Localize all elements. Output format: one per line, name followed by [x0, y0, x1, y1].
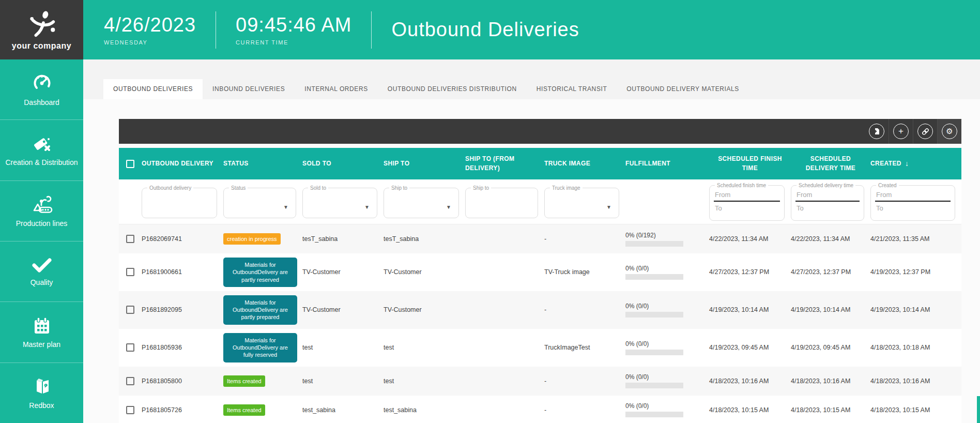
check-icon [31, 257, 53, 274]
filter-outbound-delivery[interactable]: Outbound delivery [142, 185, 217, 218]
chevron-down-icon[interactable]: ▼ [446, 204, 451, 210]
filter-status-select[interactable]: Status ▼ [223, 185, 296, 218]
progress-bar [625, 312, 683, 318]
cell-ship-to: tesT_sabina [384, 224, 465, 253]
cell-sold-to: test_sabina [302, 396, 384, 423]
settings-button[interactable]: ⚙ [937, 119, 961, 144]
sidebar-item-creation-distribution[interactable]: Creation & Distribution [0, 120, 83, 180]
filter-from-input[interactable]: From [795, 190, 860, 202]
tag-icon [31, 134, 53, 154]
status-badge: Materials for OutboundDelivery are fully… [223, 333, 297, 362]
row-checkbox[interactable] [126, 343, 134, 352]
column-header-scheduled-delivery-time[interactable]: SCHEDULED DELIVERY TIME [791, 148, 870, 179]
fulfillment-value: 0% (0/192) [625, 232, 683, 239]
chevron-down-icon[interactable]: ▼ [283, 204, 288, 210]
filter-label: Scheduled delivery time [797, 183, 855, 188]
cell-truck-image: - [544, 367, 625, 396]
tab-inbound-deliveries[interactable]: INBOUND DELIVERIES [203, 79, 295, 99]
sidebar-item-dashboard[interactable]: Dashboard [0, 59, 83, 120]
fulfillment-cell: 0% (0/0) [625, 340, 683, 355]
filter-from-input[interactable]: From [714, 190, 780, 202]
row-checkbox[interactable] [126, 235, 134, 243]
filter-to-input[interactable]: To [875, 204, 951, 213]
filter-label: Sold to [308, 185, 328, 191]
cell-outbound-delivery: P1681805726 [142, 396, 223, 423]
cell-scheduled-delivery: 4/19/2023, 10:14 AM [791, 291, 870, 329]
export-document-button[interactable] [864, 119, 889, 144]
column-header-status[interactable]: STATUS [223, 148, 302, 179]
table-row[interactable]: P1681892095 Materials for OutboundDelive… [119, 291, 961, 329]
table-row[interactable]: P1681805726 Items created test_sabina te… [119, 396, 961, 423]
filter-ship-to-select[interactable]: Ship to ▼ [384, 185, 459, 218]
calendar-icon [32, 316, 52, 336]
tab-outbound-delivery-materials[interactable]: OUTBOUND DELIVERY MATERIALS [617, 79, 749, 99]
tab-internal-orders[interactable]: INTERNAL ORDERS [295, 79, 378, 99]
column-header-outbound-delivery[interactable]: OUTBOUND DELIVERY [142, 148, 223, 179]
cell-ship-to-from-delivery [465, 396, 544, 423]
robot-conveyor-icon [30, 194, 54, 215]
select-all-checkbox[interactable] [126, 160, 134, 168]
tab-outbound-deliveries-distribution[interactable]: OUTBOUND DELIVERIES DISTRIBUTION [378, 79, 527, 99]
page-title: Outbound Deliveries [391, 19, 579, 41]
table-header: OUTBOUND DELIVERY STATUS SOLD TO SHIP TO… [119, 148, 961, 179]
sidebar-item-production-lines[interactable]: Production lines [0, 181, 83, 241]
filter-from-input[interactable]: From [875, 190, 951, 202]
sort-descending-icon[interactable]: ↓ [905, 158, 909, 169]
fulfillment-cell: 0% (0/0) [625, 402, 683, 417]
link-button[interactable] [913, 119, 937, 144]
chevron-down-icon[interactable]: ▼ [364, 204, 370, 210]
filter-ship-to-from-delivery[interactable]: Ship to [465, 185, 538, 218]
table-row[interactable]: P1681805800 Items created test test - 0%… [119, 367, 961, 396]
vertical-scrollbar-thumb[interactable] [977, 396, 980, 423]
cell-sold-to: TV-Customer [302, 253, 384, 291]
filter-to-input[interactable]: To [714, 204, 780, 213]
filter-label: Status [229, 185, 248, 191]
column-header-ship-to[interactable]: SHIP TO [384, 148, 465, 179]
status-badge: Materials for OutboundDelivery are partl… [223, 295, 297, 325]
sidebar-item-label: Redbox [29, 401, 54, 410]
time-block: 09:45:46 AM CURRENT TIME [236, 14, 351, 46]
cell-scheduled-finish: 4/19/2023, 09:45 AM [709, 329, 791, 367]
date-block: 4/26/2023 WEDNESDAY [104, 14, 196, 46]
sidebar-item-master-plan[interactable]: Master plan [0, 302, 83, 362]
sidebar-item-redbox[interactable]: Redbox [0, 363, 83, 423]
cell-created: 4/19/2023, 10:14 AM [870, 291, 961, 329]
row-checkbox[interactable] [126, 306, 134, 314]
row-checkbox[interactable] [126, 406, 134, 414]
tab-outbound-deliveries[interactable]: OUTBOUND DELIVERIES [103, 79, 203, 99]
column-header-scheduled-finish-time[interactable]: SCHEDULED FINISH TIME [709, 148, 791, 179]
column-header-ship-to-from-delivery[interactable]: SHIP TO (FROM DELIVERY) [465, 148, 544, 179]
row-checkbox[interactable] [126, 268, 134, 276]
filter-to-input[interactable]: To [795, 204, 860, 213]
cell-sold-to: TV-Customer [302, 291, 384, 329]
add-button[interactable]: + [889, 119, 913, 144]
fulfillment-value: 0% (0/0) [625, 265, 683, 272]
tab-historical-transit[interactable]: HISTORICAL TRANSIT [527, 79, 617, 99]
column-header-fulfillment[interactable]: FULFILLMENT [625, 148, 709, 179]
cell-scheduled-finish: 4/19/2023, 10:14 AM [709, 291, 791, 329]
filter-sold-to-select[interactable]: Sold to ▼ [302, 185, 377, 218]
cell-scheduled-delivery: 4/27/2023, 12:37 PM [791, 253, 870, 291]
cell-created: 4/21/2023, 11:35 AM [870, 224, 961, 253]
current-date: 4/26/2023 [104, 14, 196, 36]
cell-truck-image: - [544, 291, 625, 329]
filter-scheduled-delivery-time[interactable]: Scheduled delivery time From To [791, 183, 864, 221]
table-row[interactable]: P1682069741 creation in progress tesT_sa… [119, 224, 961, 253]
table-row[interactable]: P1681805936 Materials for OutboundDelive… [119, 329, 961, 367]
cell-scheduled-delivery: 4/19/2023, 09:45 AM [791, 329, 870, 367]
sidebar-item-quality[interactable]: Quality [0, 241, 83, 302]
filter-truck-image-select[interactable]: Truck image ▼ [544, 185, 619, 218]
filter-scheduled-finish-time[interactable]: Scheduled finish time From To [709, 183, 785, 221]
chevron-down-icon[interactable]: ▼ [606, 204, 611, 210]
table-row[interactable]: P1681900661 Materials for OutboundDelive… [119, 253, 961, 291]
column-header-sold-to[interactable]: SOLD TO [302, 148, 384, 179]
column-header-truck-image[interactable]: TRUCK IMAGE [544, 148, 625, 179]
sidebar: Dashboard Creation & Distribution [0, 59, 83, 423]
cell-outbound-delivery: P1681805800 [142, 367, 223, 396]
cell-scheduled-finish: 4/22/2023, 11:34 AM [709, 224, 791, 253]
filter-created[interactable]: Created From To [870, 183, 955, 221]
cell-created: 4/18/2023, 10:16 AM [870, 367, 961, 396]
cell-scheduled-delivery: 4/18/2023, 10:16 AM [791, 367, 870, 396]
column-header-created[interactable]: CREATED ↓ [870, 148, 961, 179]
row-checkbox[interactable] [126, 377, 134, 385]
